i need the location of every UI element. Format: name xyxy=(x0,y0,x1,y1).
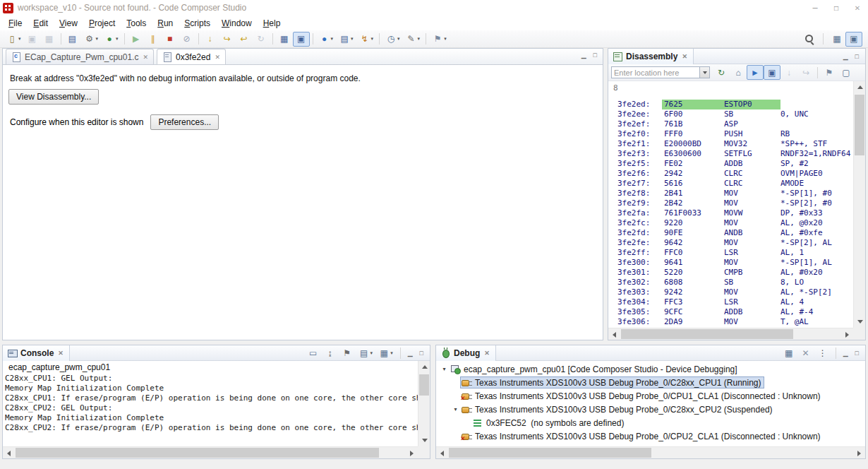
display-selected-console-icon[interactable]: ▤▾ xyxy=(356,345,376,360)
disassembly-row[interactable]: 3fe2f1:E20000BDMOV32*SP++, STF xyxy=(608,139,853,149)
disassembly-horizontal-scrollbar[interactable] xyxy=(608,328,853,340)
menu-item-tools[interactable]: Tools xyxy=(121,17,152,30)
disassembly-row[interactable]: 3fe2f5:FE02ADDBSP, #2 xyxy=(608,159,853,169)
maximize-view-icon[interactable]: □ xyxy=(852,53,862,60)
clear-console-icon[interactable]: ▭ xyxy=(305,345,322,360)
scrollbar-track[interactable] xyxy=(418,373,430,434)
disassembly-row[interactable]: 3fe2f7:5616CLRCAMODE xyxy=(608,179,853,189)
menu-item-file[interactable]: File xyxy=(3,17,28,30)
restart-icon[interactable]: ↻ xyxy=(253,32,270,47)
console-horizontal-scrollbar[interactable] xyxy=(3,446,418,458)
breakpoints-icon[interactable]: ●▾ xyxy=(316,32,337,47)
minimize-window-icon[interactable]: ─ xyxy=(804,0,826,16)
tab-ecap-capture-pwm-cpu01[interactable]: ECap_Capture_Pwm_cpu01.c ✕ xyxy=(6,49,154,64)
scroll-right-icon[interactable] xyxy=(841,328,853,340)
minimize-view-icon[interactable]: ▁ xyxy=(405,350,416,357)
debug-layout-icon[interactable]: ▦ xyxy=(780,345,797,360)
view-menu-icon[interactable]: ⋮ xyxy=(814,345,831,360)
scroll-right-icon[interactable] xyxy=(853,447,865,459)
scroll-up-icon[interactable] xyxy=(418,361,430,373)
step-return-icon[interactable]: ↩ xyxy=(236,32,253,47)
location-input[interactable] xyxy=(611,66,700,78)
terminate-icon[interactable]: ■ xyxy=(162,32,179,47)
memory-icon[interactable]: ▤▾ xyxy=(336,32,356,47)
menu-item-window[interactable]: Window xyxy=(216,17,258,30)
open-new-view-icon[interactable]: ▢ xyxy=(838,65,855,80)
refresh-icon[interactable]: ↻ xyxy=(713,65,730,80)
suspend-icon[interactable]: ∥ xyxy=(145,32,162,47)
profile-clock-icon[interactable]: ◷▾ xyxy=(382,32,403,47)
ccs-debug-perspective-icon[interactable]: ▣ xyxy=(845,32,862,47)
console-vertical-scrollbar[interactable] xyxy=(418,361,430,446)
flash-icon[interactable]: ↯▾ xyxy=(356,32,377,47)
debug-icon[interactable]: ●▾ xyxy=(101,32,121,47)
save-all-icon[interactable]: ▦ xyxy=(41,32,58,47)
scrollbar-track[interactable] xyxy=(15,447,406,458)
maximize-view-icon[interactable]: □ xyxy=(417,350,426,357)
maximize-view-icon[interactable]: □ xyxy=(852,350,862,357)
scroll-right-icon[interactable] xyxy=(406,447,418,459)
expander-icon[interactable]: ▾ xyxy=(451,406,460,412)
disassembly-row[interactable]: 3fe2f8:2B41MOV*-SP[1], #0 xyxy=(608,189,853,198)
disassembly-row[interactable]: 3fe2fe:9642MOV*-SP[2], AL xyxy=(608,238,853,248)
menu-item-scripts[interactable]: Scripts xyxy=(179,17,216,30)
tab-debug[interactable]: Debug ✕ xyxy=(436,345,496,361)
home-icon[interactable]: ⌂ xyxy=(730,65,747,80)
disassembly-row[interactable]: 3fe306:2DA9MOVT, @AL xyxy=(608,317,853,327)
disassembly-row[interactable]: 3fe2ed:7625ESTOP0 xyxy=(608,100,853,109)
scrollbar-thumb[interactable] xyxy=(419,374,429,396)
maximize-view-icon[interactable]: □ xyxy=(593,52,597,59)
disassembly-row[interactable]: 3fe2fc:9220MOVAL, @0x20 xyxy=(608,218,853,228)
scrollbar-thumb[interactable] xyxy=(449,448,651,458)
show-debug-layout-icon[interactable]: ▣ xyxy=(293,32,310,47)
track-pc-icon[interactable]: ► xyxy=(747,65,764,80)
disassembly-row[interactable]: 3fe300:9641MOV*-SP[1], AL xyxy=(608,258,853,268)
preferences-button[interactable]: Preferences... xyxy=(150,114,219,130)
scroll-left-icon[interactable] xyxy=(608,328,620,340)
disconnect-icon[interactable]: ⊘ xyxy=(179,32,195,47)
disassembly-row[interactable]: 3fe2ef:761BASP xyxy=(608,119,853,129)
disassembly-row[interactable]: 3fe302:6808SB8, LO xyxy=(608,278,853,287)
menu-item-help[interactable]: Help xyxy=(258,17,287,30)
menu-item-edit[interactable]: Edit xyxy=(28,17,54,30)
close-view-icon[interactable]: ✕ xyxy=(58,350,64,357)
scroll-left-icon[interactable] xyxy=(436,447,448,459)
resume-icon[interactable]: ▶ xyxy=(128,32,145,47)
scrollbar-track[interactable] xyxy=(448,447,853,458)
scroll-lock-icon[interactable]: ↨ xyxy=(322,345,339,360)
registers-grid-icon[interactable]: ▦ xyxy=(276,32,293,47)
debug-tree-row[interactable]: ▾Texas Instruments XDS100v3 USB Debug Pr… xyxy=(436,403,865,416)
console-debug-splitter[interactable] xyxy=(430,345,435,459)
scroll-up-icon[interactable] xyxy=(854,81,866,93)
open-console-icon[interactable]: ▦▾ xyxy=(375,345,396,360)
tab-console[interactable]: Console ✕ xyxy=(3,345,70,361)
close-window-icon[interactable]: ✕ xyxy=(847,0,868,16)
close-view-icon[interactable]: ✕ xyxy=(484,350,490,357)
minimize-view-icon[interactable]: ▁ xyxy=(840,350,851,357)
asm-step-into-icon[interactable]: ↓ xyxy=(780,65,797,80)
disassembly-row[interactable]: 3fe2fa:761F0033MOVWDP, #0x33 xyxy=(608,208,853,218)
expander-icon[interactable]: ▾ xyxy=(440,366,449,372)
disassembly-row[interactable]: 3fe2ee:6F00SB0, UNC xyxy=(608,109,853,119)
target-console-icon[interactable]: ▤ xyxy=(64,32,81,47)
close-tab-icon[interactable]: ✕ xyxy=(215,54,220,61)
disassembly-vertical-scrollbar[interactable] xyxy=(853,81,865,328)
build-icon[interactable]: ⚙▾ xyxy=(81,32,102,47)
asm-step-over-icon[interactable]: ↪ xyxy=(797,65,814,80)
close-tab-icon[interactable]: ✕ xyxy=(143,54,148,61)
minimize-view-icon[interactable]: ▁ xyxy=(581,52,586,59)
debug-tree-row[interactable]: ✕Texas Instruments XDS100v3 USB Debug Pr… xyxy=(436,389,865,403)
save-icon[interactable]: ▣ xyxy=(24,32,41,47)
step-into-icon[interactable]: ↓ xyxy=(202,32,219,47)
disassembly-row[interactable]: 3fe2f6:2942CLRCOVM|PAGE0 xyxy=(608,169,853,179)
disassembly-row[interactable]: 3fe2fd:90FEANDBAL, #0xfe xyxy=(608,228,853,238)
scrollbar-thumb[interactable] xyxy=(16,448,379,458)
menu-item-project[interactable]: Project xyxy=(83,17,121,30)
disassembly-row[interactable]: 3fe305:9CFCADDBAL, #-4 xyxy=(608,307,853,317)
disassembly-row[interactable]: 3fe2f0:FFF0PUSHRB xyxy=(608,129,853,139)
scrollbar-thumb[interactable] xyxy=(855,95,864,155)
menu-item-view[interactable]: View xyxy=(54,17,83,30)
menu-item-run[interactable]: Run xyxy=(152,17,179,30)
scroll-left-icon[interactable] xyxy=(3,447,15,459)
scrollbar-track[interactable] xyxy=(854,93,865,316)
